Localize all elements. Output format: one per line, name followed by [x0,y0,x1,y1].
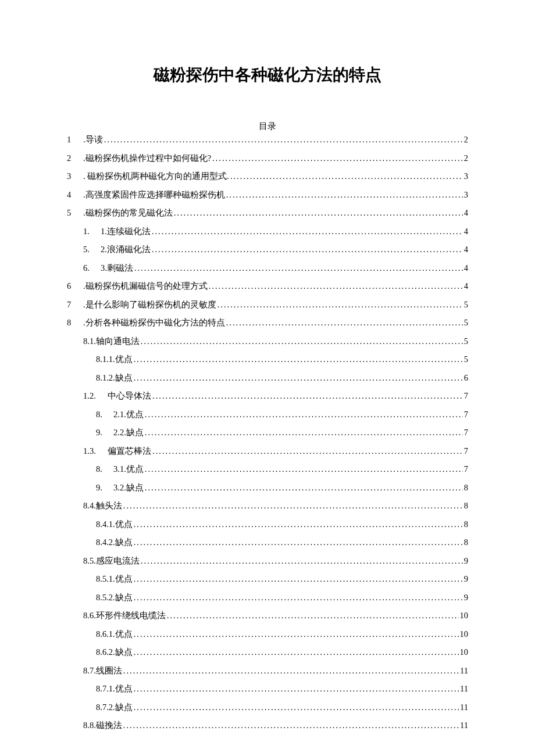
toc-entry[interactable]: 8.2.1.优点7 [67,410,468,419]
toc-entry[interactable]: 9.3.2.缺点8 [67,483,468,492]
toc-entry[interactable]: 7.是什么影响了磁粉探伤机的灵敏度5 [67,300,468,309]
toc-entry-text: 2.浪涌磁化法 [101,245,151,254]
toc-entry-page: 6 [464,374,468,382]
toc-entry-page: 4 [464,282,468,291]
toc-entry[interactable]: 8.7.线圈法11 [67,667,468,675]
toc-entry-text: 3.1.优点 [113,465,144,474]
toc-entry[interactable]: 8.7.1.优点11 [67,685,468,693]
toc-entry[interactable]: 1.2.中心导体法7 [67,392,468,400]
toc-leader-dots [145,410,463,419]
toc-entry[interactable]: 8.1.1.优点5 [67,355,468,364]
toc-entry-page: 9 [464,557,468,565]
toc-entry-page: 8 [464,501,468,510]
toc-entry[interactable]: 5.2.浪涌磁化法4 [67,245,468,254]
toc-entry[interactable]: 9.2.2.缺点7 [67,428,468,437]
toc-entry[interactable]: 8.1.2.缺点6 [67,374,468,382]
toc-entry[interactable]: 8.8.磁挽法11 [67,721,468,730]
toc-entry-text: 3.2.缺点 [113,483,144,492]
toc-entry-page: 2 [464,135,468,144]
toc-entry[interactable]: 8.6.2.缺点10 [67,648,468,657]
toc-entry-page: 7 [464,447,468,456]
toc-entry-page: 8 [464,520,468,529]
toc-entry[interactable]: 8.5.感应电流法9 [67,557,468,565]
toc-entry-number: 9. [96,483,113,492]
toc-leader-dots [134,374,463,382]
toc-entry-page: 5 [464,318,468,327]
toc-entry-text: 8.4.1.优点 [96,520,133,529]
toc-leader-dots [209,282,463,291]
toc-leader-dots [145,483,463,492]
toc-leader-dots [141,337,463,346]
toc-entry[interactable]: 8.6.1.优点10 [67,630,468,639]
toc-leader-dots [123,667,459,675]
toc-entry-text: 2.2.缺点 [113,428,144,437]
toc-entry-text: 8.7.1.优点 [96,685,133,693]
toc-entry[interactable]: 8.4.触头法8 [67,501,468,510]
toc-entry-number: 6. [83,264,101,273]
toc-entry-number: 5. [83,245,101,254]
toc-entry-text: 8.4.触头法 [83,501,122,510]
toc-entry-page: 10 [460,630,469,639]
toc-entry-page: 11 [460,703,468,712]
toc-entry-text: 偏置芯棒法 [108,447,151,456]
toc-entry[interactable]: 6.3.剩磁法4 [67,264,468,273]
toc-entry-text: .高强度紧固件应选择哪种磁粉探伤机 [83,191,225,199]
toc-entry-page: 4 [464,245,468,254]
toc-entry[interactable]: 5.磁粉探伤的常见磁化法4 [67,209,468,217]
toc-entry-text: 8.6.环形件绕线电缆法 [83,611,166,620]
toc-entry-number: 8. [96,410,113,419]
toc-entry-text: .分析各种磁粉探伤中磁化方法的特点 [83,318,225,327]
toc-entry[interactable]: 1.3.偏置芯棒法7 [67,447,468,456]
toc-entry-text: 2.1.优点 [113,410,144,419]
toc-leader-dots [104,135,463,144]
toc-leader-dots [134,575,463,583]
toc-entry[interactable]: 6.磁粉探伤机漏磁信号的处理方式4 [67,282,468,291]
toc-entry-page: 9 [464,593,468,602]
toc-entry[interactable]: 8.5.2.缺点9 [67,593,468,602]
toc-entry-page: 5 [464,355,468,364]
toc-entry-text: .磁粉探伤的常见磁化法 [83,209,173,217]
toc-entry[interactable]: 4.高强度紧固件应选择哪种磁粉探伤机3 [67,191,468,199]
toc-entry[interactable]: 8.4.1.优点8 [67,520,468,529]
toc-entry-text: 8.6.1.优点 [96,630,133,639]
toc-entry-text: 8.5.感应电流法 [83,557,140,565]
table-of-contents: 1.导读22.磁粉探伤机操作过程中如何磁化?23. 磁粉探伤机两种磁化方向的通用… [67,135,468,730]
toc-entry-number: 4 [67,191,83,199]
toc-entry[interactable]: 8.7.2.缺点11 [67,703,468,712]
toc-entry-page: 2 [464,154,468,163]
toc-leader-dots [217,300,463,309]
toc-entry-page: 11 [460,685,468,693]
toc-entry[interactable]: 8.4.2.缺点8 [67,538,468,547]
toc-entry[interactable]: 1.1.连续磁化法4 [67,227,468,236]
toc-entry-page: 9 [464,575,468,583]
toc-entry-page: 3 [464,191,468,199]
toc-entry[interactable]: 8.5.1.优点9 [67,575,468,583]
toc-entry-page: 10 [460,611,469,620]
toc-entry-text: 8.5.1.优点 [96,575,133,583]
toc-leader-dots [152,392,463,400]
toc-entry-text: .磁粉探伤机操作过程中如何磁化? [83,154,211,163]
toc-entry[interactable]: 8.6.环形件绕线电缆法10 [67,611,468,620]
toc-leader-dots [152,245,463,254]
toc-leader-dots [141,557,463,565]
toc-entry[interactable]: 3. 磁粉探伤机两种磁化方向的通用型式.3 [67,172,468,181]
toc-leader-dots [134,520,463,529]
toc-entry[interactable]: 8.分析各种磁粉探伤中磁化方法的特点5 [67,318,468,327]
toc-entry[interactable]: 2.磁粉探伤机操作过程中如何磁化?2 [67,154,468,163]
toc-entry-page: 7 [464,465,468,474]
toc-leader-dots [167,611,459,620]
toc-leader-dots [123,721,459,730]
toc-entry-page: 5 [464,337,468,346]
toc-entry-number: 2 [67,154,83,163]
toc-leader-dots [123,501,463,510]
toc-leader-dots [174,209,463,217]
toc-entry-number: 1.2. [83,392,108,400]
toc-heading: 目录 [67,121,468,132]
toc-leader-dots [226,318,463,327]
toc-entry-number: 1. [83,227,101,236]
toc-entry[interactable]: 8.1.轴向通电法5 [67,337,468,346]
toc-entry[interactable]: 1.导读2 [67,135,468,144]
toc-entry-page: 4 [464,209,468,217]
toc-leader-dots [134,355,463,364]
toc-entry[interactable]: 8.3.1.优点7 [67,465,468,474]
